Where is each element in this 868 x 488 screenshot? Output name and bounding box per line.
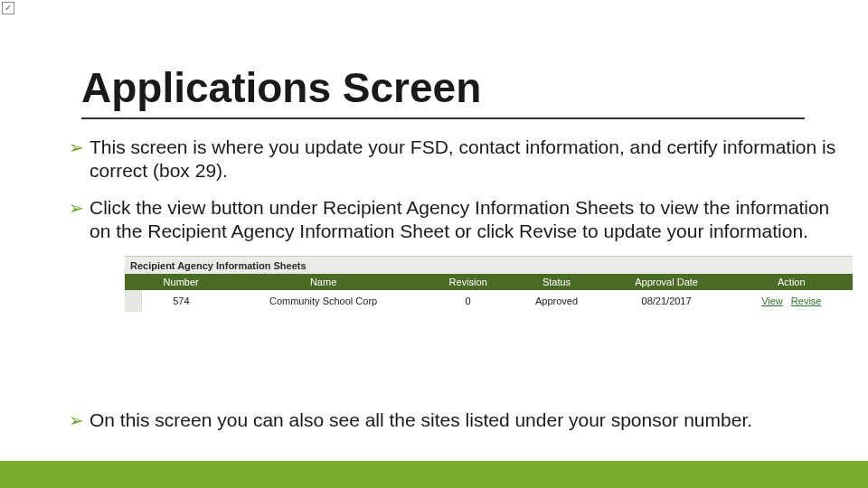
bullet-text: Click the view button under Recipient Ag… xyxy=(90,196,841,244)
col-action: Action xyxy=(731,274,853,290)
body-content: ➢ This screen is where you update your F… xyxy=(81,136,841,312)
bullet-text: On this screen you can also see all the … xyxy=(90,408,841,432)
page-title: Applications Screen xyxy=(81,63,805,119)
info-sheets-panel: Recipient Agency Information Sheets Numb… xyxy=(125,256,853,312)
bullet-item: ➢ On this screen you can also see all th… xyxy=(81,408,841,433)
chevron-right-icon: ➢ xyxy=(69,196,84,221)
footer-bar xyxy=(0,461,868,488)
cell-name: Community School Corp xyxy=(221,290,426,312)
col-name: Name xyxy=(221,274,426,290)
table-header-row: Number Name Revision Status Approval Dat… xyxy=(125,274,853,290)
revise-link[interactable]: Revise xyxy=(791,296,822,306)
cell-revision: 0 xyxy=(426,290,511,312)
col-approval-date: Approval Date xyxy=(603,274,731,290)
cell-number: 574 xyxy=(141,290,221,312)
chevron-right-icon: ➢ xyxy=(69,408,84,433)
bullet-item: ➢ This screen is where you update your F… xyxy=(81,136,841,183)
cell-status: Approved xyxy=(510,290,602,312)
info-sheets-table: Number Name Revision Status Approval Dat… xyxy=(125,274,853,312)
view-link[interactable]: View xyxy=(761,296,783,306)
body-content-after: ➢ On this screen you can also see all th… xyxy=(81,408,841,446)
panel-caption: Recipient Agency Information Sheets xyxy=(125,256,853,274)
table-header-spacer xyxy=(125,274,141,290)
col-status: Status xyxy=(510,274,602,290)
table-row: 574 Community School Corp 0 Approved 08/… xyxy=(125,290,853,312)
checkbox-icon: ✓ xyxy=(2,2,14,14)
bullet-item: ➢ Click the view button under Recipient … xyxy=(81,196,841,244)
col-revision: Revision xyxy=(426,274,511,290)
cell-approval-date: 08/21/2017 xyxy=(603,290,731,312)
chevron-right-icon: ➢ xyxy=(69,136,84,160)
col-number: Number xyxy=(141,274,221,290)
bullet-text: This screen is where you update your FSD… xyxy=(90,136,841,183)
row-gutter xyxy=(125,290,141,312)
cell-action: View Revise xyxy=(731,290,853,312)
